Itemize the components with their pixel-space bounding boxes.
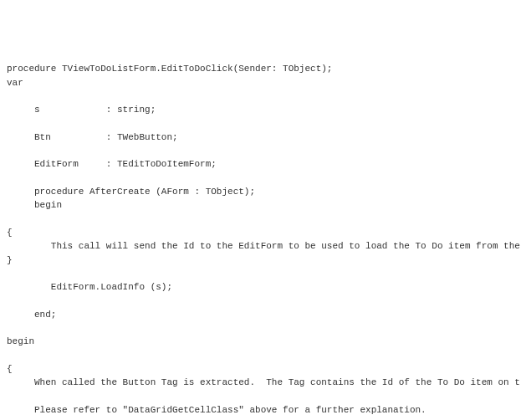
code-line <box>7 90 514 103</box>
code-line: begin <box>7 335 514 349</box>
code-line <box>7 417 514 420</box>
code-line <box>7 390 514 403</box>
code-line: { <box>7 226 514 240</box>
code-line: procedure TViewToDoListForm.EditToDoClic… <box>7 62 514 76</box>
code-line: } <box>7 254 514 268</box>
code-line <box>7 267 514 280</box>
code-line: EditForm.LoadInfo (s); <box>7 280 514 295</box>
code-block: procedure TViewToDoListForm.EditToDoClic… <box>7 62 514 420</box>
code-line: This call will send the Id to the EditFo… <box>7 239 514 254</box>
code-line: When called the Button Tag is extracted.… <box>7 376 514 390</box>
code-line: end; <box>7 308 514 322</box>
code-line: var <box>7 76 514 90</box>
code-line: Btn : TWebButton; <box>7 131 514 145</box>
code-line: s : string; <box>7 103 514 117</box>
code-line <box>7 295 514 308</box>
code-line <box>7 321 514 335</box>
code-line: EditForm : TEditToDoItemForm; <box>7 157 514 172</box>
code-line <box>7 213 514 226</box>
code-line: begin <box>7 198 514 213</box>
code-line <box>7 172 514 185</box>
code-line <box>7 144 514 157</box>
code-line: { <box>7 362 514 376</box>
code-line <box>7 117 514 131</box>
code-line: procedure AfterCreate (AForm : TObject); <box>7 185 514 199</box>
code-line <box>7 349 514 362</box>
code-line: Please refer to "DataGridGetCellClass" a… <box>7 403 514 417</box>
